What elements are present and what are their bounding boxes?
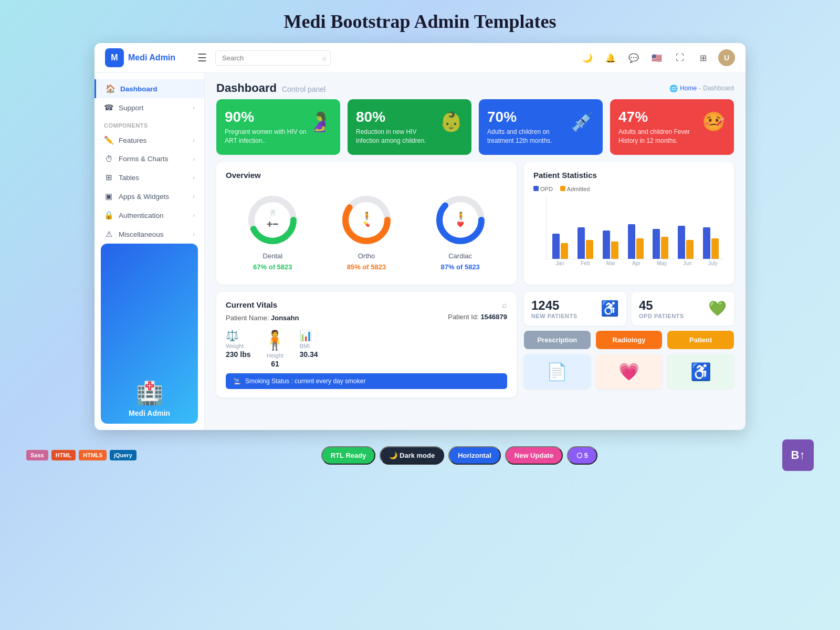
patient-stats-title: Patient Statistics	[533, 171, 724, 180]
patient-button[interactable]: Patient	[667, 331, 734, 349]
overview-title: Overview	[226, 171, 507, 180]
vitals-header: Current Vitals ⌕	[226, 300, 507, 310]
brand-logo: M	[105, 48, 124, 67]
sidebar-item-apps[interactable]: ▣ Apps & Widgets ›	[94, 187, 204, 206]
xlabel-jan: Jan	[548, 260, 572, 266]
svg-text:🧍: 🧍	[362, 212, 371, 220]
dark-mode-icon[interactable]: 🌙	[580, 50, 595, 66]
donut-svg-cardiac: 🧍 ❤️	[432, 191, 489, 249]
notification-icon[interactable]: 🔔	[603, 50, 618, 66]
sidebar-item-dashboard[interactable]: 🏠 Dashboard	[94, 79, 204, 98]
stat-mini-new-patients: 1245 NEW PATIENTS ♿	[524, 292, 626, 326]
sidebar-item-forms-charts[interactable]: ⏱ Forms & Charts ›	[94, 150, 204, 168]
prescription-icon-card[interactable]: 📄	[524, 354, 591, 389]
footer-techs: Sass HTML HTML5 jQuery	[26, 450, 136, 460]
bootstrap-logo: B↑	[782, 439, 814, 471]
action-icons-row: 📄 💗 ♿	[524, 354, 734, 389]
bar-opd-jan	[552, 234, 560, 259]
bar-group-may	[649, 229, 672, 259]
grid-icon[interactable]: ⊞	[695, 50, 711, 66]
chart-outer: JanFebMarAprMayJunJuly	[533, 196, 724, 266]
vitals-patient-name: Patient Name: Jonsahn	[226, 314, 299, 322]
chart-bars	[546, 196, 724, 259]
donut-pct-cardiac: 87% of 5823	[440, 263, 479, 271]
fullscreen-icon[interactable]: ⛶	[672, 50, 688, 66]
bar-admitted-mar	[611, 242, 618, 259]
rtl-badge[interactable]: RTL Ready	[321, 446, 376, 465]
hamburger-icon[interactable]: ☰	[197, 51, 207, 64]
document-icon: 📄	[547, 362, 568, 382]
radiology-button[interactable]: Radiology	[596, 331, 663, 349]
home-icon: 🏠	[106, 84, 115, 93]
height-value: 61	[271, 360, 279, 368]
avatar[interactable]: U	[718, 49, 735, 66]
bar-group-jun	[674, 226, 697, 259]
svg-text:❤️: ❤️	[457, 220, 464, 228]
vital-bmi: 📊 BMI 30.34	[299, 329, 318, 368]
chart-legend: OPD Admitted	[533, 186, 724, 192]
new-patients-label: NEW PATIENTS	[531, 313, 577, 319]
stat-pct-3: 47%	[618, 109, 702, 125]
xlabel-feb: Feb	[574, 260, 597, 266]
sidebar-item-misc[interactable]: ⚠ Miscellaneous ›	[94, 225, 204, 244]
opd-num: 45	[639, 298, 684, 313]
topbar: M Medi Admin ☰ ⌕ 🌙 🔔 💬 🇺🇸 ⛶ ⊞ U	[94, 43, 746, 73]
stat-desc-2: Adults and children on treatment 12th mo…	[487, 128, 571, 145]
promo-label: Medi Admin	[129, 409, 170, 417]
xlabel-jun: Jun	[676, 260, 699, 266]
layout: 🏠 Dashboard ☎ Support › Components ✏️ Fe…	[94, 73, 746, 430]
brand: M Medi Admin	[105, 48, 189, 67]
bootstrap5-badge[interactable]: ⬡ 5	[567, 446, 597, 465]
right-panel: 1245 NEW PATIENTS ♿ 45 OPD PATIENTS 💚	[524, 292, 734, 397]
flag-icon[interactable]: 🇺🇸	[649, 50, 665, 66]
sidebar-section-label: Components	[94, 117, 204, 131]
vitals-patient-id: Patient Id: 1546879	[448, 313, 507, 321]
breadcrumb-home[interactable]: Home	[680, 85, 697, 92]
svg-text:➕➖: ➕➖	[267, 221, 279, 227]
sidebar-item-tables[interactable]: ⊞ Tables ›	[94, 168, 204, 187]
prescription-button[interactable]: Prescription	[524, 331, 591, 349]
bootstrap-logo-text: B↑	[791, 448, 805, 462]
html-badge: HTML	[51, 450, 76, 460]
vitals-search-icon[interactable]: ⌕	[502, 300, 507, 310]
page-title: Medi Bootstrap Admin Templates	[10, 10, 830, 33]
main-subtitle: Control panel	[282, 85, 326, 93]
main-title: Dashboard	[216, 81, 277, 95]
sidebar: 🏠 Dashboard ☎ Support › Components ✏️ Fe…	[94, 73, 205, 430]
vitals-card: Current Vitals ⌕ Patient Name: Jonsahn P…	[216, 292, 517, 397]
stat-icon-0: 🤰	[308, 111, 332, 133]
radiology-icon-card[interactable]: 💗	[596, 354, 663, 389]
stat-card-3: 47% Adults and children Fever History in…	[610, 99, 734, 155]
brand-name: Medi Admin	[128, 53, 175, 62]
stat-desc-0: Pregnant women with HIV on ART infection…	[225, 128, 308, 145]
stat-card-2: 70% Adults and children on treatment 12t…	[479, 99, 603, 155]
sidebar-item-auth[interactable]: 🔒 Authentication ›	[94, 206, 204, 225]
horizontal-badge[interactable]: Horizontal	[448, 446, 501, 465]
search-input[interactable]	[215, 50, 331, 66]
sidebar-item-support[interactable]: ☎ Support ›	[94, 98, 204, 117]
sidebar-item-features[interactable]: ✏️ Features ›	[94, 131, 204, 150]
chart-xlabels: JanFebMarAprMayJunJuly	[546, 260, 724, 266]
overview-card: Overview 🦷 ➕➖ Dental 67% of 5823	[216, 162, 517, 285]
bar-admitted-may	[661, 237, 668, 259]
chat-icon[interactable]: 💬	[626, 50, 642, 66]
mid-row: Overview 🦷 ➕➖ Dental 67% of 5823	[205, 162, 746, 292]
patient-icon-card[interactable]: ♿	[667, 354, 734, 389]
breadcrumb-home-icon: 🌐	[669, 85, 678, 92]
features-icon: ✏️	[104, 135, 113, 145]
heartbeat-icon: 💗	[618, 362, 639, 382]
new-patients-num: 1245	[531, 298, 577, 313]
donut-svg-ortho: 🧍 💊	[338, 191, 395, 249]
overview-charts: 🦷 ➕➖ Dental 67% of 5823 🧍	[226, 186, 507, 276]
bar-group-mar	[599, 230, 622, 259]
vitals-title: Current Vitals	[226, 300, 277, 309]
dark-mode-badge[interactable]: 🌙 Dark mode	[380, 446, 444, 465]
legend-opd-dot	[533, 186, 539, 191]
sass-badge: Sass	[26, 450, 48, 460]
support-icon: ☎	[104, 103, 113, 112]
legend-admitted-dot	[560, 186, 565, 191]
new-update-badge[interactable]: New Update	[505, 446, 563, 465]
bmi-value: 30.34	[299, 350, 318, 359]
breadcrumb-current: Dashboard	[703, 85, 734, 92]
donut-pct-ortho: 85% of 5823	[347, 263, 386, 271]
